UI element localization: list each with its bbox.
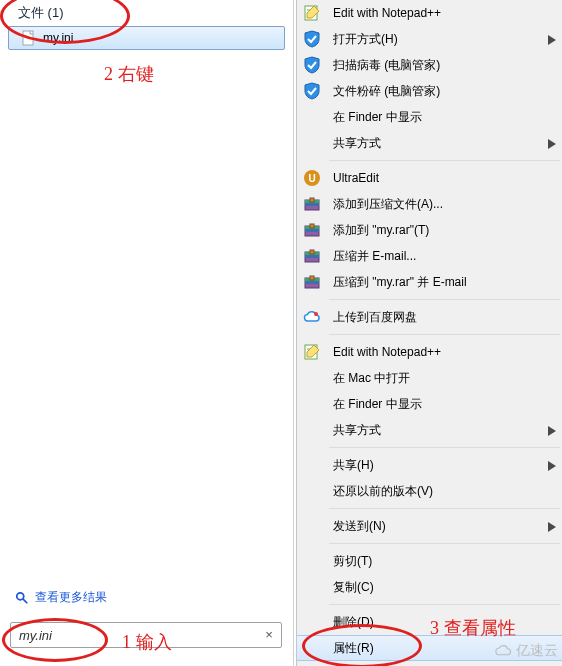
notepad-icon [303, 4, 321, 22]
menu-item-label: 共享方式 [333, 422, 381, 439]
menu-item[interactable]: 压缩并 E-mail... [297, 243, 562, 269]
menu-item-label: Edit with Notepad++ [333, 345, 441, 359]
svg-point-25 [314, 312, 318, 316]
menu-item-label: 共享方式 [333, 135, 381, 152]
menu-item-label: 在 Finder 中显示 [333, 109, 422, 126]
menu-item-label: Edit with Notepad++ [333, 6, 441, 20]
menu-item-label: 发送到(N) [333, 518, 386, 535]
blank-icon [303, 640, 321, 658]
menu-item[interactable]: 共享方式 [297, 417, 562, 443]
menu-item[interactable]: 文件粉碎 (电脑管家) [297, 78, 562, 104]
menu-item[interactable]: 在 Mac 中打开 [297, 365, 562, 391]
menu-item-label: 添加到 "my.rar"(T) [333, 222, 429, 239]
menu-item[interactable]: Edit with Notepad++ [297, 339, 562, 365]
svg-rect-24 [310, 276, 314, 280]
submenu-arrow-icon [548, 521, 556, 531]
submenu-arrow-icon [548, 425, 556, 435]
blank-icon [303, 482, 321, 500]
shield-blue-icon [303, 56, 321, 74]
watermark-text: 亿速云 [516, 642, 558, 660]
file-name-label: my.ini [43, 31, 73, 45]
svg-rect-12 [310, 198, 314, 202]
menu-item[interactable]: 在 Finder 中显示 [297, 104, 562, 130]
search-results-pane: 文件 (1) my.ini 查看更多结果 × [0, 0, 294, 666]
menu-item-label: 剪切(T) [333, 553, 372, 570]
menu-item[interactable]: 扫描病毒 (电脑管家) [297, 52, 562, 78]
search-input[interactable] [19, 628, 261, 643]
menu-item-label: 添加到压缩文件(A)... [333, 196, 443, 213]
watermark: 亿速云 [494, 642, 558, 660]
svg-rect-19 [305, 255, 319, 258]
menu-item[interactable]: 共享(H) [297, 452, 562, 478]
menu-item[interactable]: 在 Finder 中显示 [297, 391, 562, 417]
menu-item[interactable]: 还原以前的版本(V) [297, 478, 562, 504]
menu-separator [329, 604, 560, 605]
blank-icon [303, 134, 321, 152]
menu-separator [329, 160, 560, 161]
blank-icon [303, 369, 321, 387]
blank-icon [303, 517, 321, 535]
search-input-wrap[interactable]: × [10, 622, 282, 648]
search-icon [15, 591, 29, 605]
ultraedit-icon: U [303, 169, 321, 187]
baidu-cloud-icon [303, 308, 321, 326]
blank-icon [303, 613, 321, 631]
menu-item[interactable]: 删除(D) [297, 609, 562, 635]
menu-separator [329, 447, 560, 448]
shield-blue-icon [303, 30, 321, 48]
menu-item-label: 扫描病毒 (电脑管家) [333, 57, 440, 74]
menu-item-label: 打开方式(H) [333, 31, 398, 48]
menu-item[interactable]: 剪切(T) [297, 548, 562, 574]
svg-rect-20 [310, 250, 314, 254]
blank-icon [303, 108, 321, 126]
notepad-icon [303, 343, 321, 361]
blank-icon [303, 456, 321, 474]
menu-item-label: 属性(R) [333, 640, 374, 657]
winrar-icon [303, 273, 321, 291]
context-menu: Edit with Notepad++打开方式(H)扫描病毒 (电脑管家)文件粉… [296, 0, 562, 666]
see-more-results-link[interactable]: 查看更多结果 [15, 589, 107, 606]
menu-item[interactable]: 添加到 "my.rar"(T) [297, 217, 562, 243]
menu-item-label: 上传到百度网盘 [333, 309, 417, 326]
blank-icon [303, 395, 321, 413]
menu-item[interactable]: 压缩到 "my.rar" 并 E-mail [297, 269, 562, 295]
menu-item[interactable]: 打开方式(H) [297, 26, 562, 52]
menu-item[interactable]: 共享方式 [297, 130, 562, 156]
menu-separator [329, 299, 560, 300]
submenu-arrow-icon [548, 460, 556, 470]
winrar-icon [303, 247, 321, 265]
menu-item[interactable]: Edit with Notepad++ [297, 0, 562, 26]
file-icon [21, 30, 37, 46]
clear-icon[interactable]: × [261, 627, 277, 643]
svg-point-1 [17, 592, 24, 599]
menu-item-label: 共享(H) [333, 457, 374, 474]
svg-rect-16 [310, 224, 314, 228]
file-result-row[interactable]: my.ini [8, 26, 285, 50]
blank-icon [303, 421, 321, 439]
blank-icon [303, 578, 321, 596]
menu-item-label: 复制(C) [333, 579, 374, 596]
menu-item[interactable]: UUltraEdit [297, 165, 562, 191]
menu-separator [329, 508, 560, 509]
menu-item-label: 还原以前的版本(V) [333, 483, 433, 500]
winrar-icon [303, 221, 321, 239]
winrar-icon [303, 195, 321, 213]
see-more-label: 查看更多结果 [35, 589, 107, 606]
menu-item-label: 在 Finder 中显示 [333, 396, 422, 413]
svg-line-2 [23, 598, 27, 602]
shield-blue-icon [303, 82, 321, 100]
menu-separator [329, 543, 560, 544]
svg-rect-15 [305, 229, 319, 232]
menu-item-label: 删除(D) [333, 614, 374, 631]
submenu-arrow-icon [548, 34, 556, 44]
blank-icon [303, 552, 321, 570]
svg-text:U: U [308, 173, 315, 184]
svg-rect-23 [305, 281, 319, 284]
menu-item[interactable]: 发送到(N) [297, 513, 562, 539]
menu-item-label: 文件粉碎 (电脑管家) [333, 83, 440, 100]
menu-item[interactable]: 复制(C) [297, 574, 562, 600]
menu-item[interactable]: 上传到百度网盘 [297, 304, 562, 330]
group-header: 文件 (1) [0, 0, 293, 24]
svg-rect-11 [305, 203, 319, 206]
menu-item[interactable]: 添加到压缩文件(A)... [297, 191, 562, 217]
